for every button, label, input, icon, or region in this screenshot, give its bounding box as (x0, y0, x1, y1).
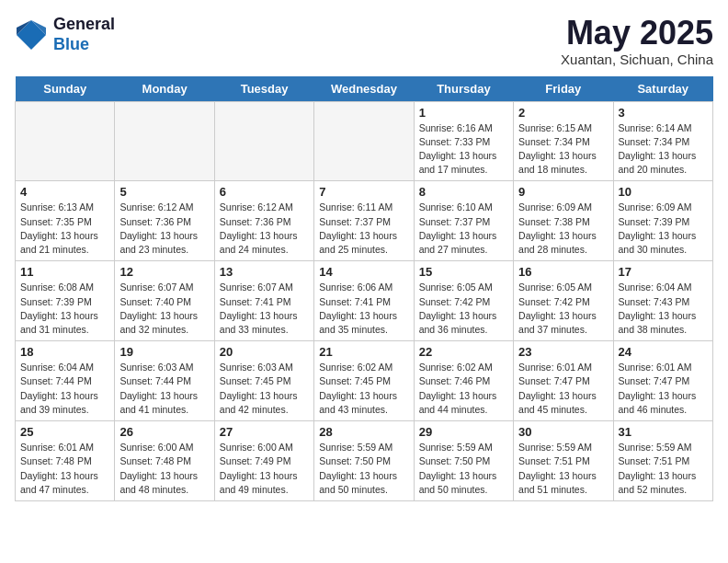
day-info: Sunrise: 6:03 AMSunset: 7:45 PMDaylight:… (220, 361, 309, 417)
day-number: 2 (518, 106, 608, 120)
day-number: 12 (119, 265, 209, 279)
day-cell: 16Sunrise: 6:05 AMSunset: 7:42 PMDayligh… (514, 261, 613, 341)
day-info: Sunrise: 6:06 AMSunset: 7:41 PMDaylight:… (319, 281, 408, 337)
month-title: May 2025 (561, 15, 713, 52)
day-info: Sunrise: 5:59 AMSunset: 7:51 PMDaylight:… (518, 441, 608, 497)
day-number: 3 (619, 106, 708, 120)
day-info: Sunrise: 6:12 AMSunset: 7:36 PMDaylight:… (220, 201, 309, 257)
day-info: Sunrise: 6:04 AMSunset: 7:44 PMDaylight:… (20, 361, 109, 417)
day-number: 22 (419, 345, 508, 359)
day-cell: 24Sunrise: 6:01 AMSunset: 7:47 PMDayligh… (613, 341, 712, 421)
weekday-header-friday: Friday (514, 76, 613, 102)
day-cell: 21Sunrise: 6:02 AMSunset: 7:45 PMDayligh… (314, 341, 414, 421)
day-cell: 31Sunrise: 5:59 AMSunset: 7:51 PMDayligh… (613, 421, 712, 501)
weekday-header-sunday: Sunday (16, 76, 115, 102)
weekday-header-wednesday: Wednesday (314, 76, 414, 102)
calendar-table: SundayMondayTuesdayWednesdayThursdayFrid… (15, 76, 713, 501)
day-number: 5 (119, 185, 209, 199)
day-number: 4 (20, 185, 109, 199)
day-info: Sunrise: 6:14 AMSunset: 7:34 PMDaylight:… (619, 121, 708, 178)
day-cell: 1Sunrise: 6:16 AMSunset: 7:33 PMDaylight… (414, 101, 513, 181)
day-info: Sunrise: 6:03 AMSunset: 7:44 PMDaylight:… (119, 361, 209, 417)
week-row-3: 11Sunrise: 6:08 AMSunset: 7:39 PMDayligh… (16, 261, 713, 341)
day-info: Sunrise: 6:00 AMSunset: 7:49 PMDaylight:… (220, 441, 309, 497)
day-cell: 17Sunrise: 6:04 AMSunset: 7:43 PMDayligh… (613, 261, 712, 341)
day-cell: 4Sunrise: 6:13 AMSunset: 7:35 PMDaylight… (16, 181, 115, 261)
day-info: Sunrise: 6:16 AMSunset: 7:33 PMDaylight:… (419, 121, 508, 178)
day-number: 19 (119, 345, 209, 359)
weekday-header-monday: Monday (115, 76, 214, 102)
day-number: 8 (419, 185, 508, 199)
day-cell: 5Sunrise: 6:12 AMSunset: 7:36 PMDaylight… (115, 181, 214, 261)
logo-blue-label: Blue (53, 35, 115, 55)
day-info: Sunrise: 6:01 AMSunset: 7:47 PMDaylight:… (619, 361, 708, 417)
day-number: 31 (619, 425, 708, 439)
week-row-2: 4Sunrise: 6:13 AMSunset: 7:35 PMDaylight… (16, 181, 713, 261)
title-section: May 2025 Xuantan, Sichuan, China (561, 15, 713, 67)
day-info: Sunrise: 6:07 AMSunset: 7:40 PMDaylight:… (119, 281, 209, 337)
day-info: Sunrise: 6:12 AMSunset: 7:36 PMDaylight:… (119, 201, 209, 257)
day-number: 11 (20, 265, 109, 279)
day-number: 9 (518, 185, 608, 199)
day-number: 6 (220, 185, 309, 199)
day-info: Sunrise: 6:05 AMSunset: 7:42 PMDaylight:… (419, 281, 508, 337)
day-info: Sunrise: 5:59 AMSunset: 7:50 PMDaylight:… (319, 441, 408, 497)
day-number: 16 (518, 265, 608, 279)
day-number: 23 (518, 345, 608, 359)
day-number: 14 (319, 265, 408, 279)
weekday-header-row: SundayMondayTuesdayWednesdayThursdayFrid… (16, 76, 713, 102)
day-cell: 28Sunrise: 5:59 AMSunset: 7:50 PMDayligh… (314, 421, 414, 501)
day-cell: 11Sunrise: 6:08 AMSunset: 7:39 PMDayligh… (16, 261, 115, 341)
day-info: Sunrise: 6:07 AMSunset: 7:41 PMDaylight:… (220, 281, 309, 337)
weekday-header-thursday: Thursday (414, 76, 513, 102)
day-cell: 12Sunrise: 6:07 AMSunset: 7:40 PMDayligh… (115, 261, 214, 341)
day-cell: 8Sunrise: 6:10 AMSunset: 7:37 PMDaylight… (414, 181, 513, 261)
day-cell: 6Sunrise: 6:12 AMSunset: 7:36 PMDaylight… (214, 181, 313, 261)
day-info: Sunrise: 6:11 AMSunset: 7:37 PMDaylight:… (319, 201, 408, 257)
day-number: 7 (319, 185, 408, 199)
day-number: 17 (619, 265, 708, 279)
week-row-1: 1Sunrise: 6:16 AMSunset: 7:33 PMDaylight… (16, 101, 713, 181)
day-info: Sunrise: 6:02 AMSunset: 7:45 PMDaylight:… (319, 361, 408, 417)
day-cell: 25Sunrise: 6:01 AMSunset: 7:48 PMDayligh… (16, 421, 115, 501)
day-info: Sunrise: 6:10 AMSunset: 7:37 PMDaylight:… (419, 201, 508, 257)
day-cell (16, 101, 115, 181)
day-number: 21 (319, 345, 408, 359)
day-info: Sunrise: 6:13 AMSunset: 7:35 PMDaylight:… (20, 201, 109, 257)
logo-general-label: General (53, 15, 115, 35)
day-info: Sunrise: 6:01 AMSunset: 7:47 PMDaylight:… (518, 361, 608, 417)
day-number: 18 (20, 345, 109, 359)
day-cell: 22Sunrise: 6:02 AMSunset: 7:46 PMDayligh… (414, 341, 513, 421)
weekday-header-tuesday: Tuesday (214, 76, 313, 102)
day-info: Sunrise: 6:00 AMSunset: 7:48 PMDaylight:… (119, 441, 209, 497)
week-row-5: 25Sunrise: 6:01 AMSunset: 7:48 PMDayligh… (16, 421, 713, 501)
day-info: Sunrise: 6:04 AMSunset: 7:43 PMDaylight:… (619, 281, 708, 337)
day-cell: 29Sunrise: 5:59 AMSunset: 7:50 PMDayligh… (414, 421, 513, 501)
day-number: 24 (619, 345, 708, 359)
day-info: Sunrise: 6:02 AMSunset: 7:46 PMDaylight:… (419, 361, 508, 417)
day-number: 20 (220, 345, 309, 359)
day-cell: 27Sunrise: 6:00 AMSunset: 7:49 PMDayligh… (214, 421, 313, 501)
day-number: 13 (220, 265, 309, 279)
day-cell: 15Sunrise: 6:05 AMSunset: 7:42 PMDayligh… (414, 261, 513, 341)
day-number: 15 (419, 265, 508, 279)
weekday-header-saturday: Saturday (613, 76, 712, 102)
svg-marker-0 (17, 20, 46, 50)
day-number: 10 (619, 185, 708, 199)
day-info: Sunrise: 6:09 AMSunset: 7:38 PMDaylight:… (518, 201, 608, 257)
day-cell: 26Sunrise: 6:00 AMSunset: 7:48 PMDayligh… (115, 421, 214, 501)
day-cell (314, 101, 414, 181)
day-cell: 18Sunrise: 6:04 AMSunset: 7:44 PMDayligh… (16, 341, 115, 421)
day-number: 26 (119, 425, 209, 439)
day-cell (115, 101, 214, 181)
page-container: General Blue May 2025 Xuantan, Sichuan, … (0, 0, 728, 511)
day-cell: 7Sunrise: 6:11 AMSunset: 7:37 PMDaylight… (314, 181, 414, 261)
day-number: 27 (220, 425, 309, 439)
day-info: Sunrise: 6:09 AMSunset: 7:39 PMDaylight:… (619, 201, 708, 257)
day-cell: 2Sunrise: 6:15 AMSunset: 7:34 PMDaylight… (514, 101, 613, 181)
day-cell: 20Sunrise: 6:03 AMSunset: 7:45 PMDayligh… (214, 341, 313, 421)
day-number: 30 (518, 425, 608, 439)
day-info: Sunrise: 6:05 AMSunset: 7:42 PMDaylight:… (518, 281, 608, 337)
day-cell: 19Sunrise: 6:03 AMSunset: 7:44 PMDayligh… (115, 341, 214, 421)
logo-text: General Blue (53, 15, 115, 54)
